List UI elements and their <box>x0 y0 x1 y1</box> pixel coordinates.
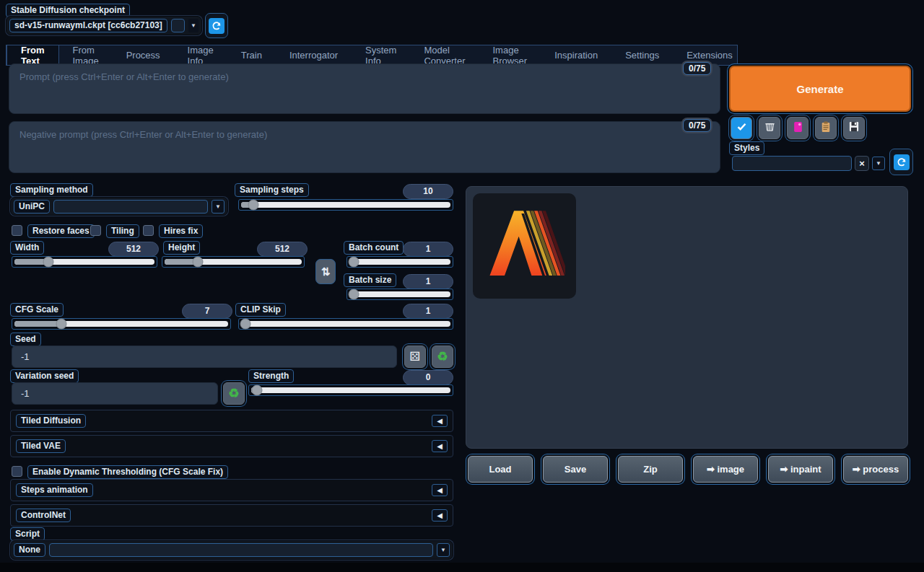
gallery-thumbnail[interactable] <box>473 193 576 299</box>
clip-skip-value[interactable]: 1 <box>403 304 453 319</box>
steps-animation-label: Steps animation <box>16 483 93 497</box>
variation-seed-label: Variation seed <box>10 369 79 383</box>
accordion-tiled-vae[interactable]: Tiled VAE ◀ <box>10 435 453 457</box>
chevron-down-icon[interactable]: ▼ <box>872 157 885 170</box>
swap-icon: ⇅ <box>321 265 331 278</box>
checkpoint-refresh-button[interactable] <box>205 13 228 38</box>
chevron-down-icon[interactable]: ▼ <box>437 543 450 557</box>
collapse-icon[interactable]: ◀ <box>432 484 448 496</box>
variation-seed-input[interactable] <box>12 382 218 405</box>
cfg-scale-slider[interactable] <box>12 318 231 330</box>
sampling-method-dropdown[interactable]: UniPC ▼ <box>10 197 228 216</box>
chevron-down-icon[interactable]: ▼ <box>212 200 225 214</box>
restore-faces-label[interactable]: Restore faces <box>27 224 95 238</box>
tab-from-text[interactable]: From Text <box>6 45 59 66</box>
hires-fix-checkbox[interactable] <box>143 225 154 236</box>
seed-field[interactable] <box>12 346 397 368</box>
negative-prompt-textarea[interactable] <box>9 121 720 173</box>
tiling-label[interactable]: Tiling <box>106 224 139 238</box>
tiled-vae-label: Tiled VAE <box>16 439 66 453</box>
script-dropdown[interactable]: None ▼ <box>10 540 453 560</box>
dynamic-thresholding-checkbox[interactable] <box>12 466 22 477</box>
dice-icon: ⚄ <box>410 351 421 363</box>
height-value[interactable]: 512 <box>257 242 308 257</box>
collapse-icon[interactable]: ◀ <box>432 509 448 522</box>
checkpoint-dropdown[interactable]: sd-v15-runwayml.ckpt [cc6cb27103] ▼ <box>6 16 202 35</box>
send-to-image-button[interactable]: ➡ image <box>693 456 758 483</box>
clear-prompt-button[interactable] <box>759 117 780 139</box>
save-style-button[interactable] <box>843 117 865 139</box>
reuse-seed-button[interactable]: ♻ <box>432 346 453 368</box>
tab-train[interactable]: Train <box>227 45 276 65</box>
tab-settings[interactable]: Settings <box>611 45 673 65</box>
accordion-controlnet[interactable]: ControlNet ◀ <box>10 504 453 527</box>
script-label: Script <box>10 527 45 541</box>
refresh-icon <box>894 154 910 170</box>
swap-dimensions-button[interactable]: ⇅ <box>315 259 336 284</box>
width-value[interactable]: 512 <box>108 242 159 257</box>
dynamic-thresholding-label[interactable]: Enable Dynamic Thresholding (CFG Scale F… <box>27 465 228 479</box>
recycle-icon: ♻ <box>437 351 448 363</box>
collapse-icon[interactable]: ◀ <box>432 440 448 452</box>
variation-seed-field[interactable] <box>12 382 218 405</box>
cfg-scale-value[interactable]: 7 <box>182 304 232 319</box>
sampling-steps-value[interactable]: 10 <box>403 184 453 199</box>
tab-from-image[interactable]: From Image <box>59 45 113 65</box>
tab-image-info[interactable]: Image Info <box>174 45 227 65</box>
hires-fix-label[interactable]: Hires fix <box>159 224 203 238</box>
tab-model-converter[interactable]: Model Converter <box>410 45 479 65</box>
sampling-steps-slider[interactable] <box>238 199 453 211</box>
width-slider[interactable] <box>12 256 157 268</box>
batch-count-value[interactable]: 1 <box>403 242 453 257</box>
reuse-variation-seed-button[interactable]: ♻ <box>223 382 245 405</box>
checkpoint-value[interactable]: sd-v15-runwayml.ckpt [cc6cb27103] <box>9 19 167 32</box>
height-slider[interactable] <box>162 256 305 268</box>
tiling-checkbox[interactable] <box>90 225 101 236</box>
tab-inspiration[interactable]: Inspiration <box>541 45 611 65</box>
load-button[interactable]: Load <box>468 456 533 483</box>
styles-input[interactable] <box>732 156 852 171</box>
accordion-steps-animation[interactable]: Steps animation ◀ <box>10 479 453 501</box>
tab-interrogator[interactable]: Interrogator <box>276 45 352 65</box>
controlnet-label: ControlNet <box>16 509 71 522</box>
tab-extensions[interactable]: Extensions <box>673 45 746 65</box>
prompt-textarea[interactable] <box>9 63 720 114</box>
accordion-tiled-diffusion[interactable]: Tiled Diffusion ◀ <box>10 410 453 432</box>
check-icon <box>736 121 747 135</box>
clip-skip-label: CLIP Skip <box>235 303 286 317</box>
script-value[interactable]: None <box>14 543 45 557</box>
tab-image-browser[interactable]: Image Browser <box>479 45 541 65</box>
restore-faces-checkbox[interactable] <box>12 225 22 236</box>
seed-label: Seed <box>10 333 41 346</box>
chevron-down-icon[interactable]: ▼ <box>188 19 199 32</box>
styles-refresh-button[interactable] <box>889 149 913 175</box>
checkpoint-search-input[interactable] <box>171 19 185 32</box>
tiled-diffusion-label: Tiled Diffusion <box>16 414 86 428</box>
random-seed-button[interactable]: ⚄ <box>404 346 426 368</box>
refresh-icon <box>209 18 225 34</box>
extra-networks-button[interactable] <box>787 117 808 139</box>
strength-slider[interactable] <box>248 384 453 396</box>
clip-skip-slider[interactable] <box>238 318 453 330</box>
sampling-method-input[interactable] <box>53 200 208 214</box>
sampling-method-value[interactable]: UniPC <box>14 200 50 214</box>
batch-size-slider[interactable] <box>346 289 453 300</box>
collapse-icon[interactable]: ◀ <box>432 415 448 427</box>
styles-dropdown[interactable]: × ▼ <box>732 154 885 172</box>
send-to-inpaint-button[interactable]: ➡ inpaint <box>768 456 833 483</box>
send-to-process-button[interactable]: ➡ process <box>843 456 908 483</box>
apply-styles-button[interactable] <box>815 117 837 139</box>
paste-params-button[interactable] <box>731 117 752 139</box>
tab-process[interactable]: Process <box>113 45 174 65</box>
tab-system-info[interactable]: System Info <box>352 45 410 65</box>
batch-size-value[interactable]: 1 <box>403 274 453 289</box>
zip-button[interactable]: Zip <box>618 456 683 483</box>
seed-input[interactable] <box>12 346 397 368</box>
generate-button[interactable]: Generate <box>729 66 911 112</box>
save-button[interactable]: Save <box>543 456 608 483</box>
clear-styles-icon[interactable]: × <box>855 156 869 171</box>
script-input[interactable] <box>49 543 433 557</box>
prompt-tools <box>731 117 865 139</box>
strength-value[interactable]: 0 <box>403 370 453 385</box>
batch-count-slider[interactable] <box>346 256 453 268</box>
